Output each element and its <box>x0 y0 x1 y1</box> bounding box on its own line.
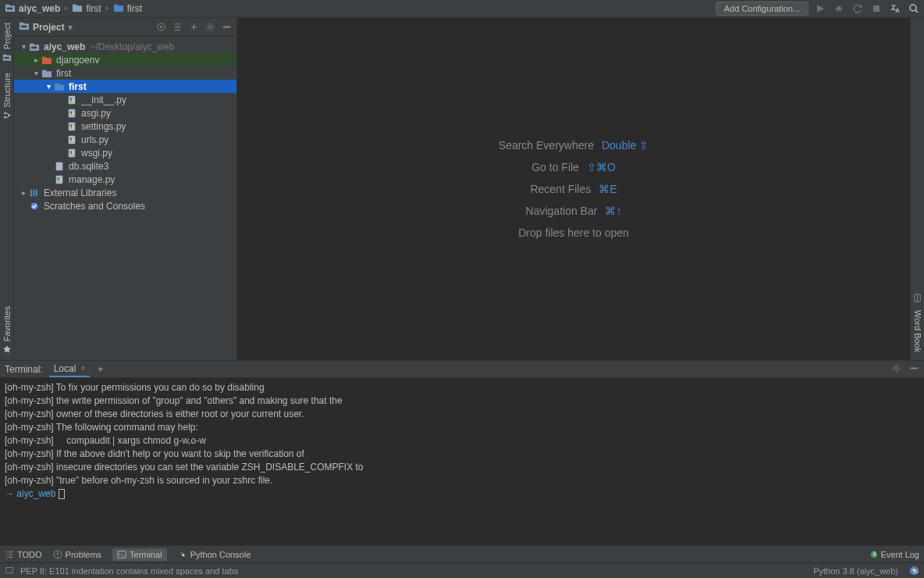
folder-icon <box>41 69 53 78</box>
project-icon <box>19 21 30 33</box>
tree-node-extlib[interactable]: ▸ External Libraries <box>14 186 236 199</box>
terminal-line: [oh-my-zsh] the write permission of "gro… <box>5 394 919 408</box>
library-icon <box>28 188 41 198</box>
welcome-goto: Go to File⇧⌘O <box>531 161 616 173</box>
debug-icon[interactable] <box>833 3 844 14</box>
tree-node-asgi[interactable]: asgi.py <box>14 106 236 120</box>
terminal-line: [oh-my-zsh] insecure directories you can… <box>5 461 919 474</box>
tree-label: first <box>69 81 87 92</box>
python-file-icon <box>66 148 78 158</box>
tree-label: __init__.py <box>81 95 126 105</box>
welcome-navbar: Navigation Bar⌘↑ <box>526 205 622 217</box>
tab-wordbook[interactable]: Word Book <box>913 310 922 352</box>
tree-node-djangoenv[interactable]: ▸ djangoenv <box>14 53 236 66</box>
terminal-line: [oh-my-zsh] If the above didn't help or … <box>5 448 919 461</box>
tree-label: db.sqlite3 <box>69 161 108 172</box>
tree-node-root[interactable]: ▾ aiyc_web ~/Desktop/aiyc_web <box>14 40 236 53</box>
stop-icon[interactable] <box>871 3 882 14</box>
tree-label: aiyc_web <box>44 41 85 52</box>
tab-todo[interactable]: TODO <box>5 550 42 559</box>
file-icon <box>53 162 66 171</box>
welcome-search: Search EverywhereDouble ⇧ <box>499 139 649 152</box>
chrome-icon[interactable] <box>909 566 919 576</box>
tree-node-first-inner[interactable]: ▾ first <box>14 80 236 93</box>
project-icon <box>5 3 16 15</box>
search-icon[interactable] <box>908 3 919 14</box>
python-file-icon <box>66 95 78 105</box>
right-tool-strip: Word Book <box>910 18 924 360</box>
tab-python-console[interactable]: Python Console <box>178 550 251 559</box>
tree-label: External Libraries <box>44 187 116 198</box>
tree-label: first <box>56 68 71 79</box>
dropdown-icon[interactable]: ▾ <box>68 22 73 33</box>
status-python-interpreter[interactable]: Python 3.8 (aiyc_web) <box>813 566 898 576</box>
translate-icon[interactable] <box>890 3 901 14</box>
gear-icon[interactable] <box>891 363 901 376</box>
tree-node-settings[interactable]: settings.py <box>14 120 236 133</box>
tree-node-scratches[interactable]: Scratches and Consoles <box>14 199 236 212</box>
tree-label: djangoenv <box>56 55 99 66</box>
tab-problems[interactable]: Problems <box>53 550 101 559</box>
scratches-icon <box>28 202 41 211</box>
crumb-root[interactable]: aiyc_web <box>19 3 60 14</box>
target-icon[interactable] <box>156 22 166 32</box>
chevron-right-icon <box>63 3 69 14</box>
run-icon[interactable] <box>815 3 826 14</box>
folder-icon <box>28 42 41 52</box>
project-panel-title[interactable]: Project <box>33 22 65 33</box>
terminal-header: Terminal: Local × + <box>0 361 924 378</box>
hide-icon[interactable] <box>909 363 919 376</box>
tree-label: Scratches and Consoles <box>44 201 145 212</box>
tree-node-wsgi[interactable]: wsgi.py <box>14 146 236 159</box>
folder-icon <box>72 3 83 15</box>
new-terminal-button[interactable]: + <box>98 364 103 375</box>
folder-icon <box>113 3 124 15</box>
tree-sublabel: ~/Desktop/aiyc_web <box>90 41 174 52</box>
tree-label: manage.py <box>69 174 115 185</box>
terminal-output[interactable]: [oh-my-zsh] To fix your permissions you … <box>0 378 924 545</box>
terminal-line: [oh-my-zsh] To fix your permissions you … <box>5 381 919 394</box>
python-file-icon <box>66 135 78 144</box>
tab-terminal[interactable]: Terminal <box>112 548 167 561</box>
tree-node-first-outer[interactable]: ▾ first <box>14 66 236 80</box>
tab-favorites[interactable]: Favorites <box>2 306 12 354</box>
add-configuration-button[interactable]: Add Configuration... <box>716 2 808 16</box>
tree-node-urls[interactable]: urls.py <box>14 133 236 146</box>
tree-label: wsgi.py <box>81 148 112 159</box>
crumb-first-inner[interactable]: first <box>127 3 142 14</box>
welcome-recent: Recent Files⌘E <box>530 183 617 195</box>
window-icon[interactable] <box>5 566 14 576</box>
tree-node-manage[interactable]: manage.py <box>14 173 236 186</box>
terminal-line: [oh-my-zsh] owner of these directories i… <box>5 408 919 421</box>
hide-icon[interactable] <box>222 22 232 32</box>
folder-icon <box>41 55 53 65</box>
python-file-icon <box>66 122 78 131</box>
tree-node-init[interactable]: __init__.py <box>14 93 236 106</box>
folder-icon <box>53 82 66 91</box>
close-tab-icon[interactable]: × <box>80 364 85 373</box>
tree-node-db[interactable]: db.sqlite3 <box>14 159 236 173</box>
breadcrumb: aiyc_web first first <box>5 3 142 15</box>
terminal-line: [oh-my-zsh] compaudit | xargs chmod g-w,… <box>5 434 919 448</box>
book-icon[interactable] <box>912 293 922 305</box>
tab-event-log[interactable]: 1Event Log <box>871 550 919 559</box>
terminal-line: [oh-my-zsh] "true" before oh-my-zsh is s… <box>5 474 919 487</box>
tab-project[interactable]: Project <box>2 23 12 62</box>
terminal-tab-local[interactable]: Local × <box>49 362 91 377</box>
welcome-drop: Drop files here to open <box>518 227 629 239</box>
cursor <box>59 489 65 499</box>
terminal-prompt[interactable]: → aiyc_web <box>5 487 919 501</box>
project-tree: ▾ aiyc_web ~/Desktop/aiyc_web ▸ djangoen… <box>14 37 236 360</box>
terminal-tab-label: Local <box>54 363 76 374</box>
status-pep-warning[interactable]: PEP 8: E101 indentation contains mixed s… <box>20 566 238 576</box>
rerun-icon[interactable] <box>852 3 863 14</box>
tab-structure[interactable]: Structure <box>2 73 12 120</box>
crumb-first[interactable]: first <box>86 3 101 14</box>
project-panel: Project ▾ ▾ aiyc_web ~/Desktop/aiyc_web … <box>14 18 237 360</box>
tree-label: settings.py <box>81 121 126 132</box>
collapse-all-icon[interactable] <box>189 22 199 32</box>
expand-all-icon[interactable] <box>172 22 183 32</box>
chevron-right-icon <box>105 3 110 14</box>
gear-icon[interactable] <box>205 22 215 32</box>
terminal-tool-window: Terminal: Local × + [oh-my-zsh] To fix y… <box>0 360 924 545</box>
